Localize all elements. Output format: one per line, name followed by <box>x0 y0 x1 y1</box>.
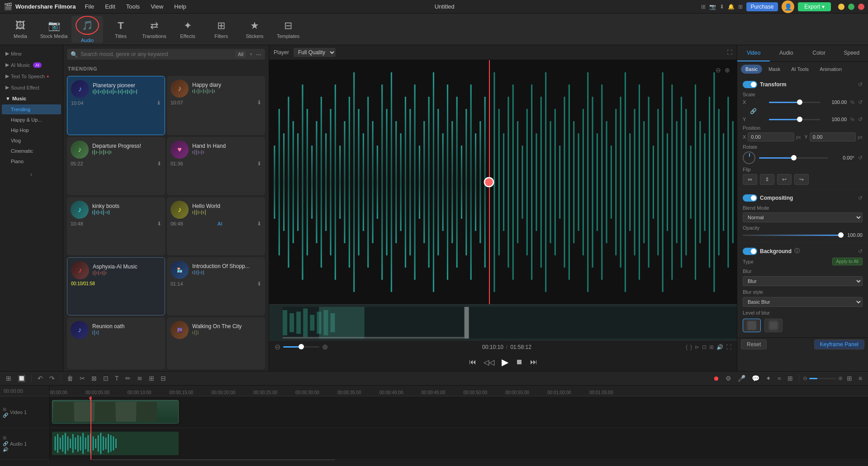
sub-tab-mask[interactable]: Mask <box>764 65 785 74</box>
video-clip[interactable] <box>52 400 179 424</box>
search-filter[interactable]: All <box>235 51 246 58</box>
blur-level-1[interactable] <box>743 319 761 332</box>
export-button[interactable]: Export ▾ <box>798 2 831 11</box>
menu-icon-2[interactable]: 📷 <box>709 4 716 10</box>
tl-record-button[interactable]: ⏺ <box>711 373 721 383</box>
keyframe-panel-button[interactable]: Keyframe Panel <box>814 339 864 349</box>
download-icon-6[interactable]: ⬇ <box>257 221 261 227</box>
link-audio-icon[interactable]: 🔗 <box>3 441 8 446</box>
purchase-button[interactable]: Purchase <box>746 2 778 11</box>
quality-select[interactable]: Full Quality 1/2 Quality 1/4 Quality <box>294 48 336 57</box>
rewind-button[interactable]: ◁◁ <box>482 356 496 368</box>
close-button[interactable] <box>858 4 864 10</box>
compositing-toggle[interactable] <box>743 194 757 202</box>
tl-zoom-out-icon[interactable]: ⊖ <box>803 375 807 381</box>
tl-more2-button[interactable]: ⊟ <box>158 373 168 383</box>
tl-magnet-button[interactable]: 🔲 <box>15 373 28 383</box>
pos-x-input[interactable] <box>748 132 794 141</box>
sub-tab-animation[interactable]: Animation <box>815 65 846 74</box>
tl-split2-button[interactable]: ✦ <box>764 373 773 383</box>
snapshot-icon[interactable]: ⊡ <box>702 344 707 350</box>
music-card-4[interactable]: ♥ Hand In Hand <box>167 137 265 195</box>
tl-text2-button[interactable]: 💬 <box>749 373 762 383</box>
tl-delete-button[interactable]: 🗑 <box>65 373 76 383</box>
music-card-3[interactable]: ♪ Departure Progress! <box>67 137 165 195</box>
add-audio-track-icon[interactable]: ⊞ <box>3 435 8 440</box>
sidebar-sub-trending[interactable]: Trending <box>2 104 61 114</box>
sidebar-item-ai-music[interactable]: ▶ AI Music AI <box>0 59 63 71</box>
tl-zoom-slider[interactable] <box>809 378 836 379</box>
fullscreen2-icon[interactable]: ⛶ <box>726 344 731 350</box>
menu-help[interactable]: Help <box>172 2 188 11</box>
sidebar-item-music[interactable]: ▼ Music <box>0 93 63 104</box>
sidebar-item-mine[interactable]: ▶ Mine <box>0 48 63 59</box>
sidebar-sub-cinematic[interactable]: Cinematic <box>2 146 61 156</box>
zoom-slider[interactable] <box>283 346 319 348</box>
tab-color[interactable]: Color <box>803 45 835 61</box>
download-icon-1[interactable]: ⬇ <box>157 100 161 106</box>
menu-edit[interactable]: Edit <box>103 2 117 11</box>
tl-undo-button[interactable]: ↶ <box>35 373 45 383</box>
background-toggle-switch[interactable] <box>743 248 757 255</box>
tl-zoom-in-icon[interactable]: ⊕ <box>838 375 843 381</box>
stop-button[interactable]: ⏹ <box>514 356 525 368</box>
toolbar-transitions[interactable]: ⇄ Transitions <box>138 16 170 43</box>
timeline-scrollbar[interactable] <box>50 460 868 460</box>
menu-view[interactable]: View <box>149 2 165 11</box>
fullscreen-icon[interactable]: ⛶ <box>727 49 732 56</box>
menu-icon-4[interactable]: 🔔 <box>728 4 735 10</box>
toolbar-filters[interactable]: ⊞ Filters <box>205 16 237 43</box>
tl-ripple-button[interactable]: ≋ <box>135 373 145 383</box>
play-button[interactable]: ▶ <box>500 355 510 369</box>
add-track-icon[interactable]: ⊞ <box>3 407 8 412</box>
flip-horizontal-button[interactable]: ⇔ <box>743 174 757 185</box>
tl-crop-button[interactable]: ⊠ <box>89 373 99 383</box>
flip-btn-4[interactable]: ↪ <box>794 174 809 185</box>
scale-x-slider[interactable] <box>769 102 821 103</box>
transform-reset-icon[interactable]: ↺ <box>858 81 863 88</box>
tl-add-track-button[interactable]: ⊞ <box>4 373 14 383</box>
opacity-slider[interactable] <box>743 235 844 236</box>
sidebar-sub-piano[interactable]: Piano <box>2 156 61 166</box>
sidebar-sub-happy[interactable]: Happy & Up... <box>2 115 61 125</box>
download-icon-3[interactable]: ⬇ <box>157 160 161 167</box>
minimize-button[interactable] <box>838 4 844 10</box>
tl-text-button[interactable]: T <box>113 373 121 383</box>
mark-in-icon[interactable]: { <box>686 344 688 350</box>
scale-x-reset[interactable]: ↺ <box>858 99 863 105</box>
tl-scene-button[interactable]: ⊞ <box>785 373 795 383</box>
apply-to-all-button[interactable]: Apply to All <box>832 258 863 265</box>
vol-icon[interactable]: 🔊 <box>716 344 723 350</box>
tl-more1-button[interactable]: ⊞ <box>147 373 157 383</box>
compositing-reset-icon[interactable]: ↺ <box>858 195 863 201</box>
sub-tab-basic[interactable]: Basic <box>741 65 762 74</box>
search-more-icon[interactable]: ··· <box>256 51 261 58</box>
maximize-button[interactable] <box>848 4 854 10</box>
link-track-icon[interactable]: 🔗 <box>3 413 8 418</box>
download-icon-4[interactable]: ⬇ <box>257 160 261 167</box>
menu-file[interactable]: File <box>83 2 96 11</box>
scrollbar-thumb[interactable] <box>90 460 336 460</box>
tab-speed[interactable]: Speed <box>835 45 868 61</box>
download-icon-2[interactable]: ⬇ <box>257 99 261 106</box>
pip-icon[interactable]: ⊞ <box>709 344 714 350</box>
rotate-reset[interactable]: ↺ <box>858 155 863 161</box>
search-input[interactable] <box>81 51 232 57</box>
tl-silence-button[interactable]: ≈ <box>775 373 783 383</box>
rotate-slider[interactable] <box>759 157 828 159</box>
toolbar-titles[interactable]: T Titles <box>105 16 137 43</box>
download-icon-5[interactable]: ⬇ <box>157 221 161 227</box>
menu-icon-1[interactable]: ⊞ <box>701 4 706 10</box>
music-card-1[interactable]: ♪ Planetary pioneer <box>67 76 165 135</box>
toolbar-effects[interactable]: ✦ Effects <box>172 16 204 43</box>
background-info-icon[interactable]: ⓘ <box>794 247 800 255</box>
tl-layout-button[interactable]: ⊞ <box>844 373 854 383</box>
toolbar-stickers[interactable]: ★ Stickers <box>239 16 270 43</box>
blur-select[interactable]: Blur Color Image <box>743 276 863 286</box>
menu-tools[interactable]: Tools <box>124 2 142 11</box>
user-avatar[interactable]: 👤 <box>782 0 794 13</box>
blend-mode-select[interactable]: Normal Multiply Screen Overlay <box>743 212 863 222</box>
sidebar-collapse-button[interactable]: ‹ <box>0 167 63 182</box>
blur-style-select[interactable]: Basic Blur Mosaic Blur Strong Blur <box>743 297 863 307</box>
scale-y-reset[interactable]: ↺ <box>858 116 863 122</box>
